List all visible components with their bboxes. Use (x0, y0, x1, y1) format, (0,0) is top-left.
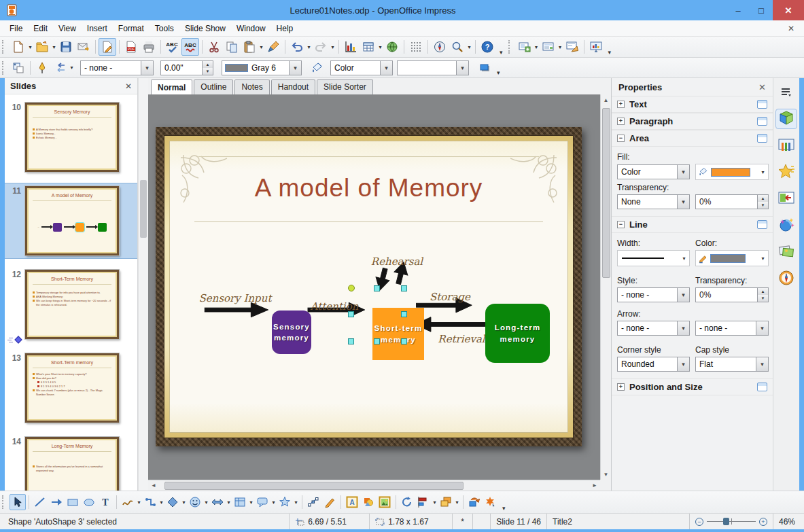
panel-close-icon[interactable]: ✕ (125, 82, 132, 91)
sidebar-menu-icon[interactable] (775, 82, 797, 103)
tab-slide-sorter[interactable]: Slide Sorter (317, 79, 373, 94)
collapse-icon[interactable]: − (617, 135, 625, 142)
arrow-start-select[interactable]: - none - ▾ (617, 321, 690, 336)
fill-color-select[interactable]: ▾ (397, 60, 469, 75)
table-dropdown-icon[interactable]: ▾ (377, 44, 383, 50)
text-tool-icon[interactable]: T (97, 494, 113, 510)
rotate-icon[interactable] (399, 494, 415, 510)
tab-handout[interactable]: Handout (271, 79, 315, 94)
new-document-icon[interactable] (10, 38, 27, 56)
curve-tool-icon[interactable] (120, 494, 136, 510)
arrow-tool-icon[interactable] (48, 494, 65, 510)
menu-help[interactable]: Help (271, 22, 299, 35)
chevron-down-icon[interactable]: ▾ (289, 61, 301, 75)
menu-window[interactable]: Window (231, 22, 271, 35)
dialog-launcher-icon[interactable] (757, 134, 767, 143)
slide-thumbnail-10[interactable]: 10 Sensory Memory A Memory store that ho… (5, 100, 137, 175)
scroll-left-icon[interactable]: ◄ (148, 480, 159, 491)
new-slide-dropdown-icon[interactable]: ▾ (534, 44, 540, 50)
expand-icon[interactable]: + (617, 101, 625, 108)
line-width-spinner[interactable]: 0.00" ▲▼ (160, 60, 213, 75)
shapes-gallery-icon[interactable] (360, 494, 377, 510)
sidebar-master-pages-icon[interactable] (775, 135, 797, 156)
arrange-icon[interactable] (438, 494, 454, 510)
stars-dropdown-icon[interactable]: ▾ (293, 499, 299, 506)
scrollbar-thumb[interactable] (602, 108, 610, 278)
vertical-scrollbar[interactable]: ▲ ▼ (600, 94, 611, 480)
arrow-style-icon[interactable] (51, 59, 69, 77)
line-style-select[interactable]: - none - ▾ (80, 60, 154, 75)
menu-tools[interactable]: Tools (150, 22, 179, 35)
chevron-down-icon[interactable]: ▾ (677, 321, 689, 335)
menu-edit[interactable]: Edit (28, 22, 53, 35)
fill-paint-can-icon[interactable] (309, 59, 326, 77)
zoom-slider[interactable]: − + (689, 514, 773, 529)
transparency-value-spinner[interactable]: 0% ▲▼ (695, 194, 769, 209)
section-line[interactable]: − Line (612, 216, 773, 233)
scroll-up-icon[interactable]: ▲ (601, 94, 612, 105)
interaction-icon[interactable] (466, 494, 483, 510)
chevron-down-icon[interactable]: ▾ (677, 165, 689, 179)
slide-thumbnail-11-selected[interactable]: 11 A model of Memory ─ (5, 183, 137, 258)
rectangle-tool-icon[interactable] (65, 494, 81, 510)
zoom-in-icon[interactable]: + (759, 518, 767, 526)
sidebar-slide-transition-icon[interactable] (775, 188, 797, 209)
slide-canvas[interactable]: A model of Memory (156, 127, 582, 446)
auto-spellcheck-icon[interactable]: ABC (181, 38, 199, 56)
toolbar-overflow-icon[interactable]: ▾ (499, 505, 509, 512)
line-width-dropdown[interactable]: ▾ (617, 250, 690, 266)
fill-color-dropdown[interactable]: ▾ (695, 164, 769, 180)
spellcheck-icon[interactable]: ABC (164, 38, 181, 56)
export-pdf-icon[interactable]: PDF (122, 38, 140, 56)
chevron-down-icon[interactable]: ▾ (756, 321, 768, 335)
connector-tool-icon[interactable] (142, 494, 158, 510)
scroll-down-icon[interactable]: ▼ (601, 469, 612, 480)
dialog-launcher-icon[interactable] (757, 100, 767, 109)
zoom-out-icon[interactable]: − (695, 518, 703, 526)
sidebar-custom-animation-icon[interactable] (775, 162, 797, 182)
hyperlink-icon[interactable] (383, 38, 401, 56)
selection-handle[interactable] (401, 285, 407, 291)
undo-icon[interactable] (288, 38, 306, 56)
label-attention[interactable]: Attention (300, 300, 368, 313)
zoom-icon[interactable] (449, 38, 466, 56)
menu-file[interactable]: File (4, 22, 28, 35)
arrow-end-select[interactable]: - none - ▾ (695, 321, 769, 336)
label-storage[interactable]: Storage (423, 291, 477, 303)
chevron-down-icon[interactable]: ▾ (760, 255, 766, 262)
toolbar-overflow-icon[interactable]: ▾ (493, 69, 504, 76)
clone-formatting-icon[interactable] (264, 38, 282, 56)
scrollbar-thumb[interactable] (140, 180, 147, 238)
sidebar-gallery-icon[interactable] (775, 241, 797, 262)
selection-handle-rotate[interactable] (348, 285, 355, 291)
help-icon[interactable]: ? (478, 38, 496, 56)
label-rehearsal[interactable]: Rehearsal (363, 255, 431, 268)
panel-close-icon[interactable]: ✕ (758, 82, 766, 92)
close-icon[interactable]: ✕ (773, 0, 804, 20)
flowchart-icon[interactable] (232, 494, 248, 510)
slide-workspace[interactable]: A model of Memory (148, 94, 600, 480)
expand-icon[interactable]: + (617, 118, 625, 125)
zoom-slider-thumb[interactable] (723, 518, 729, 525)
symbol-shapes-icon[interactable] (187, 494, 203, 510)
arrow-style-dropdown-icon[interactable]: ▾ (69, 65, 75, 71)
block-arrows-dropdown-icon[interactable]: ▾ (226, 499, 232, 506)
menu-view[interactable]: View (53, 22, 82, 35)
email-icon[interactable] (75, 38, 92, 56)
selection-handle[interactable] (348, 311, 354, 317)
cap-style-select[interactable]: Flat ▾ (695, 357, 769, 372)
stars-icon[interactable] (277, 494, 293, 510)
toolbar-grip[interactable] (2, 495, 7, 509)
line-color-select[interactable]: Gray 6 ▾ (222, 60, 302, 75)
fontwork-icon[interactable]: A (344, 494, 360, 510)
corner-style-select[interactable]: Rounded ▾ (617, 357, 690, 372)
cut-icon[interactable] (205, 38, 223, 56)
tab-normal[interactable]: Normal (151, 79, 192, 95)
toolbar-grip[interactable] (2, 61, 7, 75)
status-zoom-value[interactable]: 46% (773, 514, 804, 529)
chevron-down-icon[interactable]: ▾ (760, 169, 766, 175)
chevron-down-icon[interactable]: ▾ (456, 61, 468, 75)
navigator-icon[interactable] (431, 38, 449, 56)
callouts-dropdown-icon[interactable]: ▾ (270, 499, 277, 506)
symbol-shapes-dropdown-icon[interactable]: ▾ (203, 499, 209, 506)
